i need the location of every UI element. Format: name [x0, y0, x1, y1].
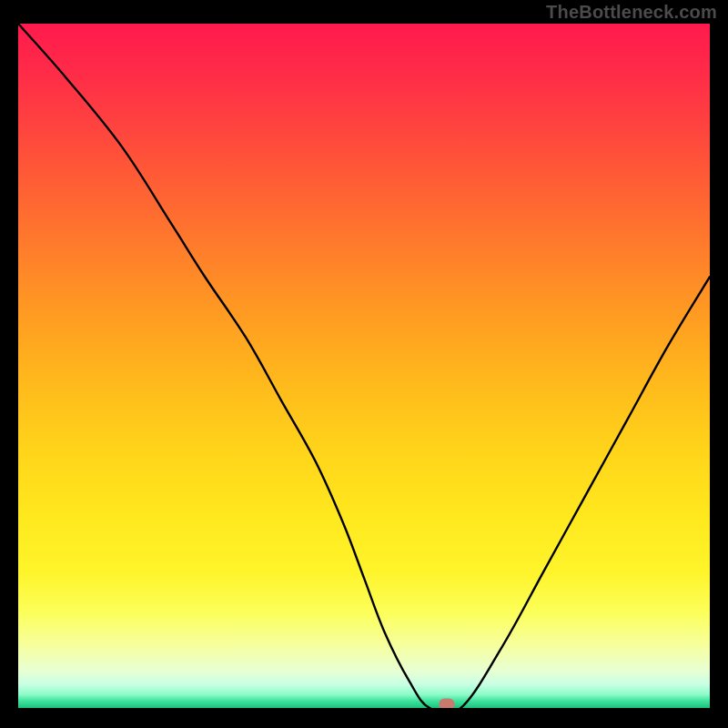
chart-frame: TheBottleneck.com	[0, 0, 728, 728]
bottleneck-curve	[18, 24, 710, 708]
minimum-marker	[440, 699, 455, 708]
plot-area	[18, 24, 710, 708]
watermark-text: TheBottleneck.com	[546, 2, 717, 23]
